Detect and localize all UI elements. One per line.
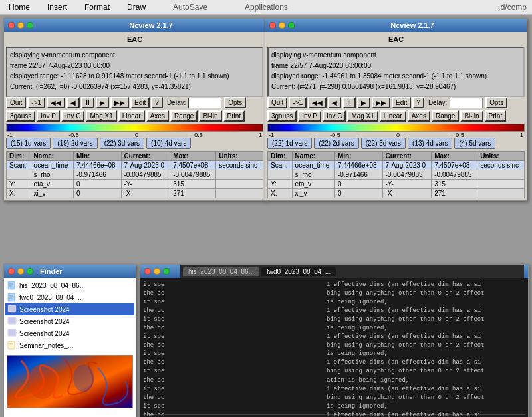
invc-btn-left[interactable]: Inv C bbox=[61, 110, 84, 122]
maximize-file-browser[interactable] bbox=[27, 268, 33, 275]
term-line-l3: the co bbox=[143, 307, 324, 315]
file-name-seminar: Seminar_notes_... bbox=[19, 342, 73, 349]
menu-insert[interactable]: Insert bbox=[44, 1, 70, 13]
dim-header-max-left: Max: bbox=[170, 152, 216, 161]
prev-btn-right[interactable]: ◀ bbox=[328, 97, 341, 108]
file-item-his[interactable]: his_2023_08_04_86... bbox=[5, 279, 134, 291]
invc-btn-right[interactable]: Inv C bbox=[323, 110, 346, 122]
opts-btn-left[interactable]: Opts bbox=[224, 97, 246, 108]
file-browser-controls[interactable] bbox=[8, 268, 33, 275]
close-file-browser[interactable] bbox=[8, 268, 15, 275]
axes-btn-left[interactable]: Axes bbox=[146, 110, 169, 122]
gauss-btn-right[interactable]: 3gauss bbox=[267, 110, 297, 122]
vars-row-left: (15) 1d vars (19) 2d vars (22) 3d vars (… bbox=[6, 138, 263, 149]
delay-slider-left[interactable] bbox=[188, 98, 221, 108]
dim-xiv-dim-left: X: bbox=[7, 189, 31, 198]
minimize-terminal[interactable] bbox=[154, 268, 160, 275]
axes-btn-right[interactable]: Axes bbox=[408, 110, 430, 122]
prev-btn-left[interactable]: ◀ bbox=[66, 97, 80, 108]
file-item-screenshot2[interactable]: Screenshot 2024 bbox=[5, 315, 134, 327]
term-line-l8: it spe bbox=[143, 350, 324, 358]
file-item-screenshot3[interactable]: Screenshot 2024 bbox=[5, 327, 134, 339]
file-name-screenshot3: Screenshot 2024 bbox=[19, 330, 70, 337]
linear-btn-left[interactable]: Linear bbox=[118, 110, 145, 122]
close-button-right[interactable] bbox=[269, 22, 276, 29]
bilin-btn-left[interactable]: Bi-lin bbox=[199, 110, 221, 122]
terminal-controls[interactable] bbox=[144, 268, 170, 275]
close-button-left[interactable] bbox=[8, 22, 15, 29]
print-btn-left[interactable]: Print bbox=[223, 110, 245, 122]
menu-draw[interactable]: Draw bbox=[124, 1, 149, 13]
edit-btn-right[interactable]: Edit bbox=[392, 97, 411, 108]
invp-btn-right[interactable]: Inv P bbox=[298, 110, 321, 122]
next-frame-btn-right[interactable]: ▶▶ bbox=[372, 97, 390, 108]
arrow-right-btn-left[interactable]: ->1 bbox=[27, 97, 45, 108]
arrow-right-btn-right[interactable]: ->1 bbox=[289, 97, 307, 108]
opts-btn-right[interactable]: Opts bbox=[485, 97, 507, 108]
vars-4d-right[interactable]: (13) 4d vars bbox=[408, 138, 452, 149]
range-btn-right[interactable]: Range bbox=[432, 110, 459, 122]
vars-3d-left[interactable]: (22) 3d vars bbox=[100, 138, 144, 149]
minimize-button-left[interactable] bbox=[17, 22, 24, 29]
help-btn-right[interactable]: ? bbox=[412, 97, 424, 108]
window-controls-left[interactable] bbox=[8, 22, 33, 29]
next-btn-right[interactable]: ▶ bbox=[357, 97, 370, 108]
pause-btn-right[interactable]: ⏸ bbox=[342, 97, 356, 108]
dim-etav-max-right: 315 bbox=[432, 180, 477, 189]
menu-format[interactable]: Format bbox=[81, 1, 113, 13]
vars-5d-right[interactable]: (4) 5d vars bbox=[454, 138, 495, 149]
quit-btn-left[interactable]: Quit bbox=[6, 97, 26, 108]
dim-srho-dim-right bbox=[268, 170, 293, 180]
edit-btn-left[interactable]: Edit bbox=[130, 97, 150, 108]
next-frame-btn-left[interactable]: ▶▶ bbox=[110, 97, 129, 108]
file-item-fwd[interactable]: fwd0_2023_08_04_... bbox=[5, 291, 134, 303]
terminal-tab-fwd[interactable]: fwd0_2023_08_04_... bbox=[261, 267, 336, 276]
range-btn-left[interactable]: Range bbox=[170, 110, 198, 122]
prev-frame-btn-right[interactable]: ◀◀ bbox=[308, 97, 327, 108]
info-line-1-right: displaying v-momentum component bbox=[271, 51, 521, 60]
print-btn-right[interactable]: Print bbox=[485, 110, 507, 122]
vars-4d-left[interactable]: (10) 4d vars bbox=[146, 138, 191, 149]
vars-1d-right[interactable]: (22) 1d vars bbox=[267, 138, 312, 149]
gauss-btn-left[interactable]: 3gauss bbox=[6, 110, 35, 122]
minimize-button-right[interactable] bbox=[279, 22, 285, 29]
maximize-button-left[interactable] bbox=[27, 22, 33, 29]
info-line-3-right: displayed range: -1.44961 to 1.35084 met… bbox=[271, 72, 521, 81]
quit-btn-right[interactable]: Quit bbox=[267, 97, 287, 108]
menu-home[interactable]: Home bbox=[5, 1, 33, 13]
dim-etav-min-right: 0 bbox=[334, 180, 382, 189]
colorbar-left: -1 -0.5 0 0.5 1 bbox=[6, 124, 263, 136]
vars-2d-left[interactable]: (19) 2d vars bbox=[53, 138, 97, 149]
bilin-btn-right[interactable]: Bi-lin bbox=[460, 110, 483, 122]
vars-1d-left[interactable]: (15) 1d vars bbox=[6, 138, 51, 149]
dim-etav-min-left: 0 bbox=[73, 180, 121, 189]
mag-btn-left[interactable]: Mag X1 bbox=[86, 110, 116, 122]
terminal-tab-his[interactable]: his_2023_08_04_86... bbox=[183, 267, 259, 276]
maximize-button-right[interactable] bbox=[288, 22, 295, 29]
file-item-screenshot1[interactable]: Screenshot 2024 bbox=[5, 303, 134, 315]
delay-slider-right[interactable] bbox=[450, 98, 483, 108]
file-item-seminar[interactable]: Seminar_notes_... bbox=[5, 339, 134, 351]
colorbar-label-1-left: -0.5 bbox=[68, 132, 79, 138]
close-terminal[interactable] bbox=[144, 268, 151, 275]
dim-xiv-units-left bbox=[216, 189, 263, 198]
term-line-r13: bing using anything other than 0 or 2 ef… bbox=[327, 394, 525, 402]
prev-frame-btn-left[interactable]: ◀◀ bbox=[47, 97, 65, 108]
help-btn-left[interactable]: ? bbox=[151, 97, 163, 108]
dim-etav-dim-right: Y: bbox=[268, 180, 293, 189]
minimize-file-browser[interactable] bbox=[17, 268, 24, 275]
window-controls-right[interactable] bbox=[269, 22, 295, 29]
ocean-vis-thumbnail bbox=[7, 355, 133, 408]
vars-3d-right[interactable]: (22) 3d vars bbox=[361, 138, 406, 149]
invp-btn-left[interactable]: Inv P bbox=[37, 110, 60, 122]
colorbar-label-3-left: 0.5 bbox=[194, 132, 203, 138]
pause-btn-left[interactable]: ⏸ bbox=[81, 97, 94, 108]
next-btn-left[interactable]: ▶ bbox=[96, 97, 109, 108]
maximize-terminal[interactable] bbox=[163, 268, 170, 275]
linear-btn-right[interactable]: Linear bbox=[380, 110, 406, 122]
info-line-2-left: frame 22/57 7-Aug-2023 03:00:00 bbox=[10, 61, 259, 70]
mag-btn-right[interactable]: Mag X1 bbox=[347, 110, 378, 122]
svg-rect-11 bbox=[9, 318, 15, 323]
file-icon-screenshot1 bbox=[7, 305, 17, 314]
vars-2d-right[interactable]: (22) 2d vars bbox=[314, 138, 358, 149]
